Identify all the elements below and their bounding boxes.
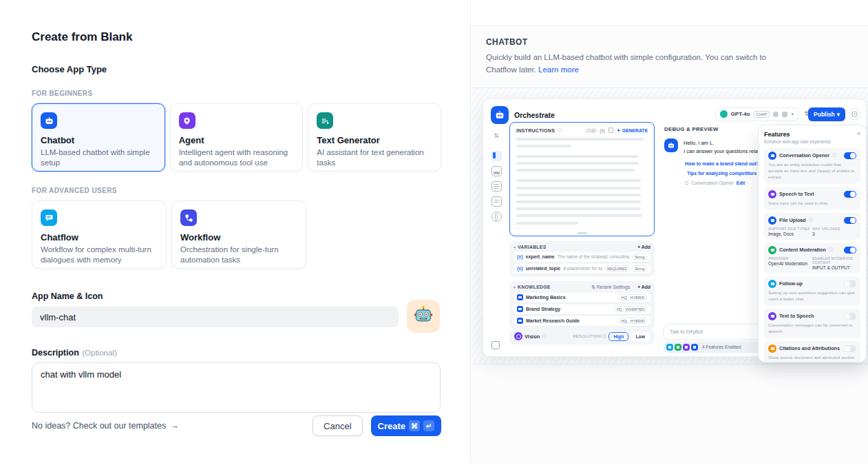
app-type-description: Quickly build an LLM-based chatbot with … xyxy=(486,52,767,76)
toggle-on xyxy=(844,152,856,159)
preview-app-title: Orchestrate xyxy=(514,111,555,119)
card-title: Chatbot xyxy=(41,135,156,145)
preview-publish-button: Publish▾ xyxy=(808,107,845,121)
create-button[interactable]: Create ⌘ ↵ xyxy=(371,415,441,436)
resolution-low-option: Low xyxy=(631,332,650,341)
advanced-cards-row: Chatflow Workflow for complex multi-turn… xyxy=(32,200,441,269)
rerank-settings-button: ⇅ Rerank Settings xyxy=(591,285,630,290)
model-gear-icon xyxy=(782,112,787,117)
knowledge-row: Marketing Basics HQ · HYBRID xyxy=(514,293,650,302)
card-title: Workflow xyxy=(180,232,297,243)
conversation-opener-note: Conversation Opener Edit xyxy=(685,181,745,185)
edit-link: Edit xyxy=(737,181,745,185)
card-title: Chatflow xyxy=(41,232,158,243)
robot-emoji-icon xyxy=(414,305,433,327)
text-generator-icon xyxy=(317,112,333,129)
knowledge-section: ▾ KNOWLEDGE ⇅ Rerank Settings + Add Mark… xyxy=(509,281,655,329)
dataset-icon xyxy=(517,306,523,312)
beginner-cards-row: Chatbot LLM-based chatbot with simple se… xyxy=(32,103,441,172)
app-type-card-agent[interactable]: Agent Intelligent agent with reasoning a… xyxy=(170,103,304,172)
workflow-icon xyxy=(180,209,197,226)
swap-icon: ⇅ xyxy=(494,132,499,139)
section-label-advanced: FOR ADVANCED USERS xyxy=(32,187,441,194)
toggle-off xyxy=(844,345,856,352)
file-upload-icon xyxy=(768,216,776,225)
suggestion-chip: How to make a brand stand out? xyxy=(685,161,759,166)
chevron-down-icon: ▾ xyxy=(791,112,794,117)
cancel-button[interactable]: Cancel xyxy=(313,415,362,436)
resize-handle xyxy=(578,232,587,234)
feature-item-content-moderation: Content Moderation ⓘ PROVIDEROpenAI Mode… xyxy=(764,243,860,274)
dataset-icon xyxy=(517,318,523,324)
app-name-label: App Name & Icon xyxy=(32,291,441,301)
model-provider-icon xyxy=(720,110,728,118)
right-panel-header-strip xyxy=(471,0,868,26)
sparkle-icon xyxy=(617,128,621,132)
feature-item-citations: Citations and Attributions Show source d… xyxy=(764,341,860,362)
instructions-panel: INSTRUCTIONS ⓘ 2182 {x} GENERATE xyxy=(509,122,655,236)
document-icon xyxy=(491,181,502,192)
bot-avatar xyxy=(664,138,678,152)
card-title: Agent xyxy=(179,135,295,145)
create-app-modal: Create from Blank Choose App Type FOR BE… xyxy=(0,0,868,463)
app-name-input[interactable] xyxy=(32,307,399,327)
variables-section: ▾ VARIABLES + Add {x} expert_name The na… xyxy=(509,241,655,277)
feature-item-follow-up: Follow-up Setting up next questions sugg… xyxy=(764,276,860,306)
history-clock-icon xyxy=(849,108,860,120)
card-desc: Workflow for complex multi-turn dialogue… xyxy=(41,245,158,265)
generate-button: GENERATE xyxy=(617,128,648,133)
arrow-right-icon: → xyxy=(170,421,179,431)
image-icon xyxy=(491,166,502,176)
card-desc: LLM-based chatbot with simple setup xyxy=(41,147,156,168)
toggle-on xyxy=(844,247,856,254)
card-desc: AI assistant for text generation tasks xyxy=(317,147,432,168)
bot-message-line1: Hello, I am L. xyxy=(684,140,714,146)
preview-band: Orchestrate GPT-4o CHAT ▾ ⇅ Publish▾ xyxy=(471,88,868,364)
feature-dot xyxy=(666,344,673,351)
knowledge-row: Market Research Guide HQ · HYBRID xyxy=(514,316,650,326)
card-desc: Orchestration for single-turn automation… xyxy=(180,245,297,265)
app-type-info-panel: CHATBOT Quickly build an LLM-based chatb… xyxy=(470,0,868,463)
feature-dot xyxy=(683,344,690,351)
feature-dot xyxy=(691,344,698,351)
chatbot-icon xyxy=(41,112,57,129)
conversation-opener-icon xyxy=(768,152,776,160)
create-form-panel: Create from Blank Choose App Type FOR BE… xyxy=(0,0,470,463)
app-type-heading: CHATBOT xyxy=(486,37,868,47)
feature-dot xyxy=(675,344,681,351)
features-panel: Features × Enhance web-app user experien… xyxy=(758,125,867,362)
learn-more-link[interactable]: Learn more xyxy=(538,65,579,74)
description-textarea[interactable]: chat with vllm model xyxy=(32,362,441,413)
page-title: Create from Blank xyxy=(32,30,441,44)
text-to-speech-icon xyxy=(768,312,776,320)
feature-item-text-to-speech: Text to Speech Conversation messages can… xyxy=(764,309,860,338)
choose-app-type-label: Choose App Type xyxy=(32,64,441,74)
microphone-icon xyxy=(768,190,776,198)
note-icon xyxy=(491,196,502,207)
feature-item-conversation-opener: Conversation Opener ⓘ You are an entity … xyxy=(764,148,860,184)
vision-row: Vision ⓘ RESOLUTION ⓘ High Low xyxy=(509,329,655,344)
resolution-high-option: High xyxy=(608,332,628,341)
toggle-on xyxy=(844,217,856,224)
debug-preview-heading: DEBUG & PREVIEW xyxy=(664,126,719,132)
enter-key-icon: ↵ xyxy=(423,420,434,431)
app-type-card-chatflow[interactable]: Chatflow Workflow for complex multi-turn… xyxy=(32,200,167,269)
templates-link[interactable]: No ideas? Check out our templates → xyxy=(32,421,179,431)
model-mini-icon xyxy=(773,112,779,117)
opener-icon xyxy=(685,181,688,185)
app-icon-picker[interactable] xyxy=(407,300,440,333)
description-optional-label: (Optional) xyxy=(82,349,117,357)
app-type-card-workflow[interactable]: Workflow Orchestration for single-turn a… xyxy=(171,200,306,269)
app-type-card-chatbot[interactable]: Chatbot LLM-based chatbot with simple se… xyxy=(32,103,165,172)
app-type-card-text-generator[interactable]: Text Generator AI assistant for text gen… xyxy=(308,103,441,172)
citations-icon xyxy=(768,344,776,353)
preview-app-icon xyxy=(491,106,509,124)
moderation-icon xyxy=(768,246,776,254)
frame-icon xyxy=(491,341,500,349)
feature-item-speech-to-text: Speech to Text Voice input can be used i… xyxy=(764,187,860,210)
toggle-off xyxy=(844,280,856,287)
section-label-beginners: FOR BEGINNERS xyxy=(32,90,441,97)
card-title: Text Generator xyxy=(317,135,432,145)
close-icon: × xyxy=(857,131,860,136)
chatflow-icon xyxy=(41,209,57,226)
